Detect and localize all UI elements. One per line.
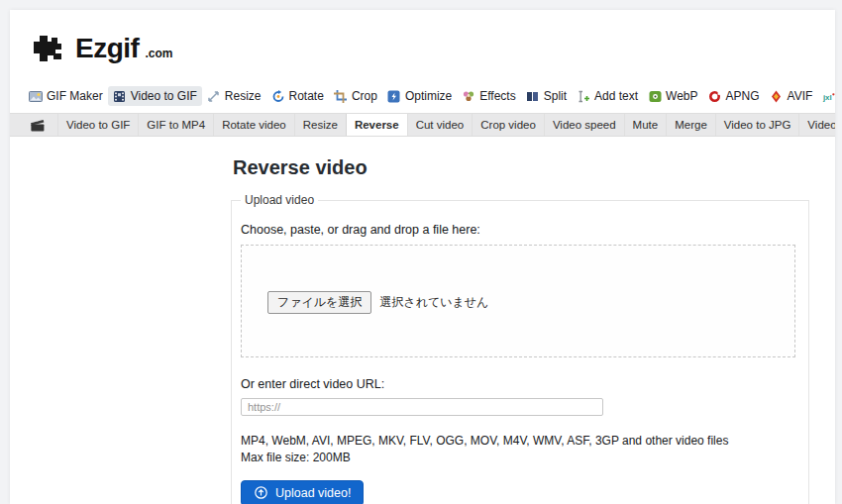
sub-nav-tab-video-to-jpg[interactable]: Video to JPG <box>715 114 799 136</box>
url-label: Or enter direct video URL: <box>241 377 798 391</box>
sub-nav-tab-mute[interactable]: Mute <box>624 114 667 136</box>
main-nav-label: Crop <box>352 88 377 104</box>
main-nav-item-avif[interactable]: AVIF <box>765 86 818 106</box>
site-header: Ezgif.com <box>10 10 835 85</box>
logo-tld: .com <box>145 47 172 63</box>
main-nav-label: APNG <box>726 88 760 104</box>
main-nav-item-rotate[interactable]: Rotate <box>266 86 329 106</box>
jxl-icon: jxl <box>822 89 835 103</box>
logo-icon <box>32 34 69 63</box>
max-file-size-text: Max file size: 200MB <box>241 451 798 464</box>
file-select-button[interactable]: ファイルを選択 <box>267 291 371 314</box>
upload-cloud-icon <box>254 485 268 500</box>
sub-nav-tab-video-to-png[interactable]: Video to PNG <box>798 114 835 136</box>
avif-icon <box>770 89 784 103</box>
sub-nav-tab-cut-video[interactable]: Cut video <box>407 114 473 136</box>
file-input-row: ファイルを選択 選択されていません <box>267 291 488 314</box>
gif-maker-icon <box>29 89 43 103</box>
main-content: Reverse video Upload video Choose, paste… <box>10 156 835 504</box>
main-nav-label: Optimize <box>405 88 452 104</box>
main-nav-label: Resize <box>225 88 262 104</box>
main-nav-item-gif-maker[interactable]: GIF Maker <box>24 86 108 106</box>
video-to-gif-icon <box>113 89 127 103</box>
main-nav-item-resize[interactable]: Resize <box>202 86 266 106</box>
sub-nav: Video to GIF GIF to MP4 Rotate video Res… <box>10 113 835 137</box>
main-nav-label: Split <box>544 88 567 104</box>
page-title: Reverse video <box>233 156 835 179</box>
main-nav-label: AVIF <box>788 88 813 104</box>
sub-nav-tab-video-speed[interactable]: Video speed <box>544 114 624 136</box>
effects-icon <box>462 89 475 103</box>
split-icon <box>526 89 540 103</box>
main-nav-item-jxl[interactable]: jxl JXL <box>817 86 835 106</box>
main-nav-item-optimize[interactable]: Optimize <box>382 86 457 106</box>
crop-icon <box>334 89 348 103</box>
main-nav-label: Rotate <box>289 88 324 104</box>
main-nav-item-video-to-gif[interactable]: Video to GIF <box>108 86 202 106</box>
sub-nav-tab-video-to-gif[interactable]: Video to GIF <box>57 114 138 136</box>
main-nav: GIF Maker Video to GIF Resize Rotate Cro… <box>10 85 835 107</box>
webp-icon <box>648 89 662 103</box>
rotate-icon <box>271 89 285 103</box>
main-nav-item-crop[interactable]: Crop <box>329 86 382 106</box>
upload-button-label: Upload video! <box>275 486 351 500</box>
sub-nav-tab-reverse[interactable]: Reverse <box>346 114 407 136</box>
optimize-icon <box>387 89 401 103</box>
svg-text:jxl: jxl <box>822 92 832 101</box>
add-text-icon <box>577 89 590 103</box>
upload-video-button[interactable]: Upload video! <box>241 480 364 504</box>
clapperboard-icon <box>30 118 46 133</box>
upload-fieldset: Upload video Choose, paste, or drag and … <box>231 193 809 504</box>
apng-icon <box>708 89 722 103</box>
video-url-input[interactable] <box>241 398 603 416</box>
main-nav-item-effects[interactable]: Effects <box>457 86 520 106</box>
file-dropzone[interactable]: ファイルを選択 選択されていません <box>241 245 795 357</box>
main-nav-item-split[interactable]: Split <box>521 86 572 106</box>
supported-formats-text: MP4, WebM, AVI, MPEG, MKV, FLV, OGG, MOV… <box>241 434 798 448</box>
sub-nav-tab-rotate-video[interactable]: Rotate video <box>213 114 294 136</box>
file-status-text: 選択されていません <box>379 294 488 311</box>
main-nav-item-add-text[interactable]: Add text <box>572 86 643 106</box>
page-container: Ezgif.com GIF Maker Video to GIF Resize <box>10 10 835 504</box>
main-nav-label: Video to GIF <box>131 88 197 104</box>
logo[interactable]: Ezgif.com <box>32 34 172 63</box>
choose-file-label: Choose, paste, or drag and drop a file h… <box>241 223 798 237</box>
main-nav-item-apng[interactable]: APNG <box>703 86 765 106</box>
logo-brand: Ezgif <box>75 34 139 63</box>
main-nav-item-webp[interactable]: WebP <box>643 86 702 106</box>
main-nav-label: Add text <box>594 88 638 104</box>
sub-nav-tab-merge[interactable]: Merge <box>666 114 715 136</box>
main-nav-label: WebP <box>666 88 697 104</box>
resize-icon <box>207 89 221 103</box>
video-tools-home[interactable] <box>18 114 57 136</box>
sub-nav-tab-crop-video[interactable]: Crop video <box>472 114 544 136</box>
main-nav-label: Effects <box>479 88 515 104</box>
sub-nav-tab-gif-to-mp4[interactable]: GIF to MP4 <box>138 114 213 136</box>
upload-legend: Upload video <box>241 193 318 207</box>
sub-nav-tab-resize[interactable]: Resize <box>294 114 346 136</box>
main-nav-label: GIF Maker <box>47 88 103 104</box>
